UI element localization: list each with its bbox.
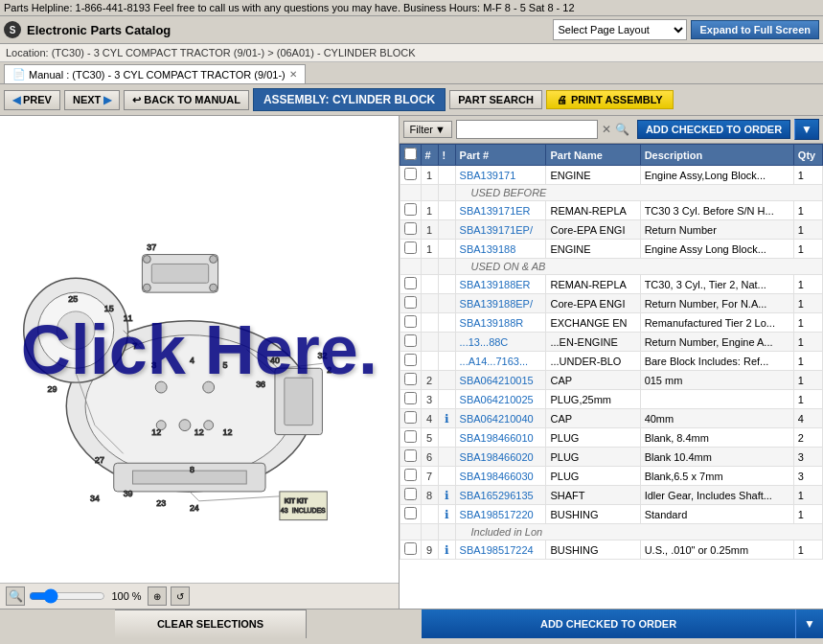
- row-cb[interactable]: [400, 467, 421, 486]
- clear-selections-button[interactable]: CLEAR SELECTIONS: [115, 610, 307, 638]
- row-checkbox[interactable]: [404, 392, 417, 404]
- tab-manual[interactable]: 📄 Manual : (TC30) - 3 CYL COMPACT TRACTO…: [4, 64, 306, 83]
- part-number-link[interactable]: SBA198466020: [460, 451, 534, 463]
- info-icon[interactable]: ℹ: [445, 489, 449, 502]
- row-info[interactable]: ℹ: [438, 505, 455, 524]
- row-part[interactable]: SBA139188: [455, 240, 546, 259]
- part-number-link[interactable]: SBA139171: [460, 170, 516, 181]
- part-number-link[interactable]: SBA165296135: [460, 490, 534, 501]
- row-part[interactable]: SBA064210015: [455, 371, 546, 390]
- diagram-image[interactable]: 25 37 40 36 27 15 11 7 3 4 5 12 12 12 8 …: [0, 116, 399, 583]
- row-cb[interactable]: [400, 390, 421, 409]
- row-info[interactable]: ℹ: [438, 540, 455, 560]
- part-number-link[interactable]: SBA064210015: [460, 375, 534, 386]
- page-layout-select[interactable]: Select Page Layout: [553, 19, 687, 40]
- row-cb[interactable]: [400, 275, 421, 294]
- click-here-overlay[interactable]: Click Here.: [21, 310, 377, 389]
- row-cb[interactable]: [400, 486, 421, 505]
- row-cb[interactable]: [400, 166, 421, 185]
- part-number-link[interactable]: SBA064210025: [460, 394, 534, 405]
- row-checkbox[interactable]: [404, 430, 417, 443]
- row-cb[interactable]: [400, 505, 421, 524]
- row-part[interactable]: SBA064210040: [455, 409, 546, 428]
- zoom-out-button[interactable]: 🔍: [6, 586, 25, 606]
- row-cb[interactable]: [400, 448, 421, 467]
- add-checked-to-order-button[interactable]: ADD CHECKED TO ORDER: [637, 120, 790, 139]
- row-checkbox[interactable]: [404, 242, 417, 254]
- part-number-link[interactable]: SBA198517224: [460, 544, 534, 556]
- row-part[interactable]: SBA198466010: [455, 428, 546, 448]
- part-number-link[interactable]: SBA139188: [460, 243, 516, 255]
- select-all-checkbox[interactable]: [404, 148, 417, 160]
- filter-button[interactable]: Filter ▼: [403, 121, 452, 138]
- row-checkbox[interactable]: [404, 449, 417, 462]
- row-part[interactable]: SBA198517220: [455, 505, 546, 524]
- row-part[interactable]: SBA139188R: [455, 313, 546, 333]
- part-number-link[interactable]: SBA064210040: [460, 413, 534, 425]
- part-number-link[interactable]: SBA139188ER: [460, 279, 531, 290]
- row-cb[interactable]: [400, 240, 421, 259]
- zoom-slider[interactable]: [29, 589, 105, 603]
- row-part[interactable]: ...A14...7163...: [455, 352, 546, 371]
- part-number-link[interactable]: SBA139188EP/: [460, 298, 533, 310]
- part-number-link[interactable]: SBA198466010: [460, 432, 534, 444]
- parts-table-container[interactable]: # ! Part # Part Name Description Qty 1 S…: [400, 144, 823, 609]
- add-to-order-bottom-button[interactable]: ADD CHECKED TO ORDER: [422, 610, 795, 638]
- part-number-link[interactable]: SBA139171EP/: [460, 224, 533, 236]
- part-number-link[interactable]: SBA139171ER: [460, 205, 531, 217]
- part-search-button[interactable]: PART SEARCH: [449, 90, 542, 109]
- row-part[interactable]: SBA198466030: [455, 467, 546, 486]
- row-cb[interactable]: [400, 409, 421, 428]
- row-info[interactable]: ℹ: [438, 409, 455, 428]
- filter-search-icon[interactable]: 🔍: [615, 123, 629, 136]
- row-part[interactable]: SBA139188ER: [455, 275, 546, 294]
- row-checkbox[interactable]: [404, 168, 417, 180]
- row-cb[interactable]: [400, 220, 421, 240]
- part-number-link[interactable]: SBA139188R: [460, 317, 524, 329]
- part-number-link[interactable]: SBA198517220: [460, 509, 534, 520]
- row-part[interactable]: SBA139171ER: [455, 201, 546, 220]
- row-part[interactable]: SBA064210025: [455, 390, 546, 409]
- row-checkbox[interactable]: [404, 315, 417, 328]
- row-checkbox[interactable]: [404, 488, 417, 500]
- info-icon[interactable]: ℹ: [445, 412, 449, 426]
- filter-input[interactable]: [456, 120, 598, 139]
- row-checkbox[interactable]: [404, 296, 417, 309]
- row-checkbox[interactable]: [404, 507, 417, 519]
- prev-button[interactable]: ◀ PREV: [4, 90, 60, 110]
- next-button[interactable]: NEXT ▶: [64, 90, 120, 110]
- row-info[interactable]: ℹ: [438, 486, 455, 505]
- row-checkbox[interactable]: [404, 277, 417, 289]
- row-cb[interactable]: [400, 333, 421, 352]
- part-number-link[interactable]: SBA198466030: [460, 471, 534, 482]
- print-assembly-button[interactable]: 🖨 PRINT ASSEMBLY: [546, 90, 674, 109]
- part-number-link[interactable]: ...A14...7163...: [460, 356, 529, 367]
- row-cb[interactable]: [400, 540, 421, 560]
- row-part[interactable]: SBA165296135: [455, 486, 546, 505]
- row-part[interactable]: SBA139171EP/: [455, 220, 546, 240]
- filter-clear-icon[interactable]: ✕: [602, 123, 611, 136]
- row-cb[interactable]: [400, 313, 421, 333]
- row-part[interactable]: SBA139171: [455, 166, 546, 185]
- row-part[interactable]: SBA198517224: [455, 540, 546, 560]
- tab-close-button[interactable]: ✕: [289, 69, 297, 80]
- row-cb[interactable]: [400, 371, 421, 390]
- row-part[interactable]: SBA198466020: [455, 448, 546, 467]
- add-checked-dropdown-button[interactable]: ▼: [794, 119, 819, 140]
- zoom-in-button[interactable]: ⊕: [148, 586, 167, 606]
- row-part[interactable]: SBA139188EP/: [455, 294, 546, 313]
- row-cb[interactable]: [400, 352, 421, 371]
- info-icon[interactable]: ℹ: [445, 543, 449, 557]
- row-checkbox[interactable]: [404, 222, 417, 235]
- row-checkbox[interactable]: [404, 469, 417, 481]
- row-checkbox[interactable]: [404, 542, 417, 555]
- row-checkbox[interactable]: [404, 411, 417, 424]
- part-number-link[interactable]: ...13...88C: [460, 336, 509, 348]
- info-icon[interactable]: ℹ: [445, 508, 449, 521]
- row-cb[interactable]: [400, 428, 421, 448]
- row-checkbox[interactable]: [404, 373, 417, 385]
- row-checkbox[interactable]: [404, 354, 417, 366]
- expand-fullscreen-button[interactable]: Expand to Full Screen: [691, 20, 819, 39]
- row-checkbox[interactable]: [404, 334, 417, 347]
- add-order-bottom-dropdown-button[interactable]: ▼: [795, 610, 823, 638]
